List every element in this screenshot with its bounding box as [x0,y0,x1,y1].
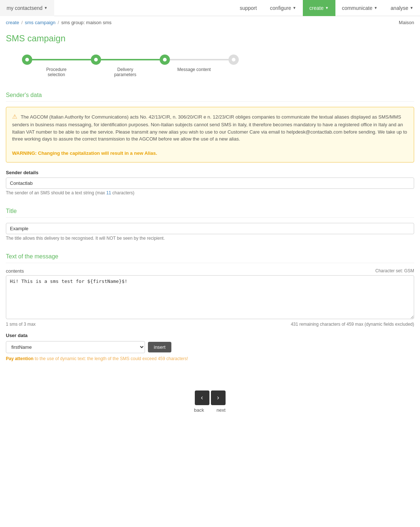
step-3-label: Message content [177,67,211,72]
sender-hint-prefix: The sender of an SMS should be a text st… [6,190,105,195]
progress-stepper: Procedure selection Delivery parameters … [0,51,420,88]
nav-item-communicate[interactable]: communicate ▼ [335,0,384,16]
sender-details-group: Sender details The sender of an SMS shou… [6,170,414,195]
senders-data-section-title: Sender's data [6,88,414,102]
char-count: 431 remaining characters of 459 max (dyn… [291,322,414,327]
nav-my-contactsend-label: my contactsend [7,5,42,11]
breadcrumb-left: create / sms campaign / sms group: maiso… [6,20,111,25]
next-button[interactable]: › [211,390,226,405]
breadcrumb-right: Maison [399,20,414,25]
step-4-circle [228,55,239,65]
warning-text: The AGCOM (Italian Authority for Communi… [12,114,407,142]
nav-communicate-label: communicate [342,5,372,11]
sender-details-label: Sender details [6,170,414,175]
message-textarea[interactable]: Hi! This is a sms test for ${firstName}$… [6,275,414,319]
title-field-group: The title allows this delivery to be rec… [6,223,414,241]
step-line-3 [170,59,228,60]
nav-analyse-label: analyse [391,5,408,11]
pay-attention-text: Pay attention to the use of dynamic text… [6,356,414,361]
sms-count: 1 sms of 3 max [6,322,36,327]
step-1-circle [22,55,32,65]
breadcrumb-sep-1: / [21,20,23,25]
bottom-navigation: ‹ › back next [0,390,420,427]
message-footer: 1 sms of 3 max 431 remaining characters … [6,322,414,327]
nav-item-analyse[interactable]: analyse ▼ [384,0,420,16]
breadcrumb-link-sms-campaign[interactable]: sms campaign [25,20,56,25]
message-section: contents Character set: GSM Hi! This is … [6,268,414,327]
step-1-label: Procedure selection [38,67,75,77]
nav-item-my-contactsend[interactable]: my contactsend ▼ [0,0,54,16]
nav-configure-label: configure [270,5,291,11]
sender-details-hint: The sender of an SMS should be a text st… [6,190,414,195]
step-2: Delivery parameters [91,55,160,77]
user-data-row: firstName lastName email phone insert [6,341,414,353]
nav-item-configure[interactable]: configure ▼ [263,0,303,16]
nav-item-create[interactable]: create ▼ [303,0,335,16]
page-title: SMS campaign [0,29,420,51]
nav-analyse-arrow: ▼ [410,6,413,10]
user-data-section: User data firstName lastName email phone… [6,333,414,361]
nav-create-label: create [309,5,324,11]
step-line-1 [32,59,91,60]
sender-hint-suffix: characters) [112,190,134,195]
next-label: next [214,407,228,413]
nav-my-contactsend-arrow: ▼ [44,6,48,10]
nav-item-support[interactable]: support [233,5,264,11]
step-3: Message content [160,55,228,72]
user-data-select[interactable]: firstName lastName email phone [6,341,145,353]
back-button[interactable]: ‹ [195,390,209,405]
message-header: contents Character set: GSM [6,268,414,274]
step-3-circle [160,55,170,65]
warning-highlight: WARNING: Changing the capitalization wil… [12,150,157,156]
pay-attention-suffix: to the use of dynamic text: the length o… [35,356,188,361]
breadcrumb-sep-2: / [58,20,59,25]
warning-box: ⚠ The AGCOM (Italian Authority for Commu… [6,107,414,162]
step-2-label: Delivery parameters [107,67,144,77]
breadcrumb: create / sms campaign / sms group: maiso… [0,16,420,29]
contents-label: contents [6,268,24,274]
nav-configure-arrow: ▼ [293,6,296,10]
title-input[interactable] [6,223,414,234]
pay-attention-bold: Pay attention [6,356,33,361]
title-hint: The title allows this delivery to be rec… [6,236,414,241]
back-label: back [192,407,207,413]
user-data-label: User data [6,333,414,338]
main-content: Sender's data ⚠ The AGCOM (Italian Autho… [0,88,420,361]
insert-button[interactable]: insert [148,342,171,352]
breadcrumb-link-create[interactable]: create [6,20,19,25]
nav-create-arrow: ▼ [325,6,329,10]
sender-details-input[interactable] [6,177,414,189]
sender-hint-count: 11 [106,190,111,195]
breadcrumb-current: sms group: maison sms [61,20,111,25]
message-section-title: Text of the message [6,250,414,263]
charset-label: Character set: GSM [375,268,414,273]
bottom-nav-buttons: ‹ › [195,390,226,405]
step-line-2 [101,59,160,60]
step-4 [228,55,239,67]
bottom-nav-labels: back next [192,407,228,413]
step-1: Procedure selection [22,55,91,77]
top-navigation: create ▼ my contactsend ▼ configure ▼ co… [0,0,420,16]
nav-communicate-arrow: ▼ [374,6,378,10]
warning-icon: ⚠ [12,113,17,120]
title-section-title: Title [6,204,414,218]
step-2-circle [91,55,101,65]
